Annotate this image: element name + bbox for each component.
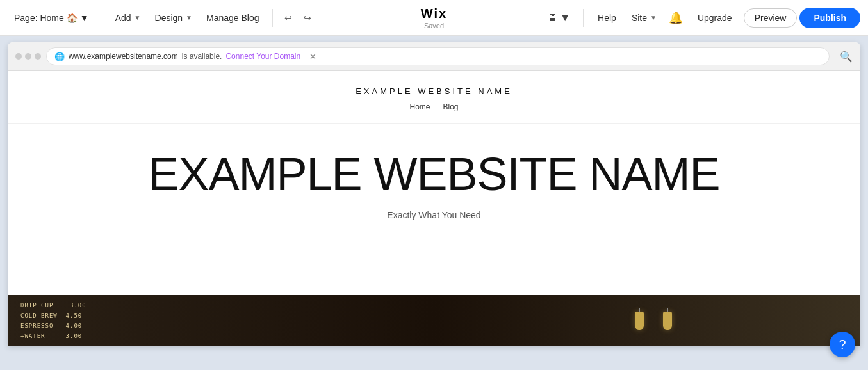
redo-button[interactable]: ↪ (299, 9, 316, 27)
publish-button[interactable]: Publish (799, 8, 860, 28)
coffee-lantern-area (447, 312, 861, 330)
site-title-small: EXAMPLE WEBSITE NAME (8, 86, 860, 96)
fab-icon: ? (839, 337, 846, 352)
address-bar-close-icon[interactable]: ✕ (309, 52, 316, 61)
upgrade-button[interactable]: Upgrade (689, 9, 741, 27)
page-label: Page: Home (14, 13, 64, 23)
bell-icon: 🔔 (669, 11, 683, 25)
site-label: Site (632, 13, 647, 23)
wix-logo-area: Wix Saved (421, 6, 447, 29)
fab-button[interactable]: ? (830, 332, 855, 357)
saved-status: Saved (424, 22, 444, 29)
manage-blog-label: Manage Blog (206, 13, 259, 23)
device-selector-button[interactable]: 🖥 ▼ (542, 8, 575, 28)
dot-red (15, 53, 22, 60)
lantern-left (635, 312, 644, 330)
lantern-right (663, 312, 672, 330)
design-label: Design (155, 13, 183, 23)
undo-button[interactable]: ↩ (279, 9, 297, 27)
undo-redo-group: ↩ ↪ (279, 9, 316, 27)
design-chevron-icon: ▼ (186, 14, 192, 21)
wix-logo: Wix (421, 6, 447, 21)
toolbar-right: 🖥 ▼ Help Site ▼ 🔔 Upgrade Preview Publis… (542, 8, 860, 28)
help-label: Help (598, 13, 616, 23)
upgrade-label: Upgrade (698, 13, 732, 23)
browser-search-icon[interactable]: 🔍 (840, 51, 853, 63)
divider-2 (272, 9, 273, 27)
website-preview: EXAMPLE WEBSITE NAME Home Blog EXAMPLE W… (8, 71, 860, 346)
notifications-button[interactable]: 🔔 (666, 8, 686, 28)
site-button[interactable]: Site ▼ (625, 9, 663, 27)
add-chevron-icon: ▼ (135, 14, 141, 21)
site-chevron-icon: ▼ (650, 14, 657, 21)
dot-yellow (25, 53, 31, 60)
coffee-menu-text: DRIP CUP 3.00 COLD BREW 4.50 ESPRESSO 4.… (20, 300, 434, 342)
device-chevron-icon: ▼ (560, 12, 570, 24)
design-button[interactable]: Design ▼ (149, 9, 199, 27)
dot-green (35, 53, 41, 60)
nav-blog-link[interactable]: Blog (443, 102, 458, 111)
page-chevron-icon: ▼ (80, 13, 89, 23)
browser-window: 🌐 www.examplewebsitename.com is availabl… (8, 42, 860, 346)
globe-icon: 🌐 (54, 52, 65, 61)
site-header: EXAMPLE WEBSITE NAME Home Blog (8, 71, 860, 124)
address-bar[interactable]: 🌐 www.examplewebsitename.com is availabl… (46, 47, 830, 65)
preview-label: Preview (755, 13, 787, 23)
manage-blog-button[interactable]: Manage Blog (200, 9, 266, 27)
divider-3 (583, 9, 584, 27)
site-hero: EXAMPLE WEBSITE NAME Exactly What You Ne… (8, 124, 860, 233)
publish-label: Publish (814, 13, 846, 23)
desktop-icon: 🖥 (547, 12, 557, 24)
toolbar-left: Page: Home 🏠 ▼ Add ▼ Design ▼ Manage Blo… (8, 9, 316, 27)
divider-1 (102, 9, 102, 27)
preview-button[interactable]: Preview (744, 8, 798, 28)
coffee-menu-left: DRIP CUP 3.00 COLD BREW 4.50 ESPRESSO 4.… (8, 295, 447, 346)
hero-title: EXAMPLE WEBSITE NAME (33, 149, 835, 200)
hero-subtitle: Exactly What You Need (33, 210, 835, 220)
connect-domain-link[interactable]: Connect Your Domain (225, 52, 300, 61)
browser-dots (15, 53, 41, 60)
help-button[interactable]: Help (591, 9, 623, 27)
add-label: Add (115, 13, 131, 23)
coffee-image-bar: DRIP CUP 3.00 COLD BREW 4.50 ESPRESSO 4.… (8, 295, 860, 346)
add-button[interactable]: Add ▼ (109, 9, 147, 27)
available-text: is available. (182, 52, 222, 61)
toolbar: Page: Home 🏠 ▼ Add ▼ Design ▼ Manage Blo… (0, 0, 868, 36)
url-text: www.examplewebsitename.com (69, 52, 178, 61)
nav-home-link[interactable]: Home (409, 102, 430, 111)
site-nav: Home Blog (8, 96, 860, 118)
home-icon: 🏠 (67, 13, 78, 23)
page-selector-button[interactable]: Page: Home 🏠 ▼ (8, 9, 95, 27)
browser-chrome: 🌐 www.examplewebsitename.com is availabl… (8, 42, 860, 71)
